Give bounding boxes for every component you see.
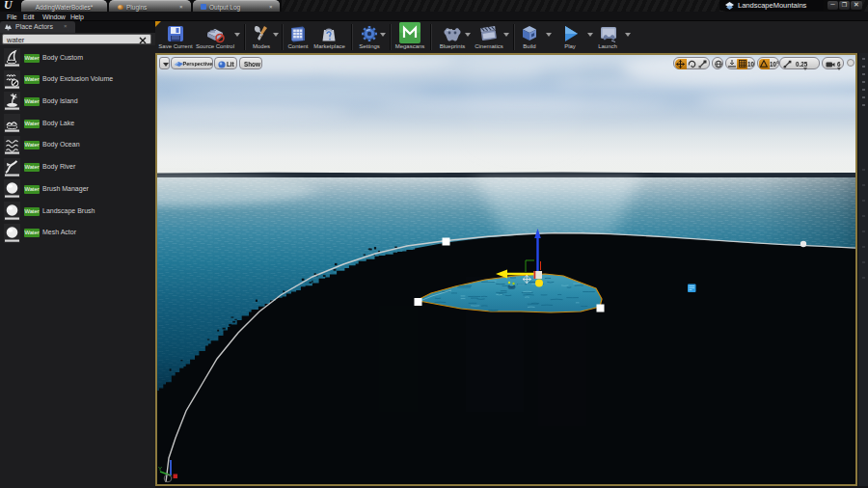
svg-text:Y: Y (158, 466, 162, 472)
